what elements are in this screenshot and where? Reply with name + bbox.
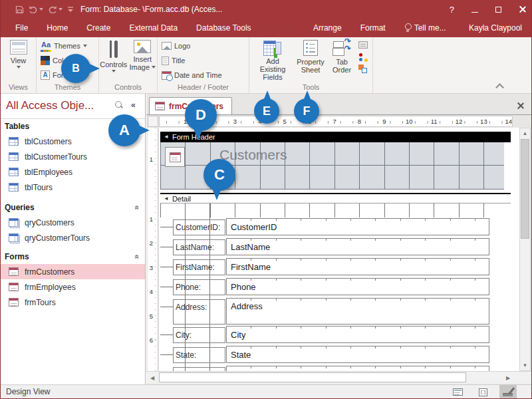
tell-me-box[interactable]: Tell me... bbox=[395, 19, 456, 37]
tab-design[interactable]: Design bbox=[261, 19, 304, 37]
form-header-section-bar[interactable]: ◄ Form Header bbox=[160, 132, 511, 142]
tab-file[interactable]: File bbox=[6, 19, 37, 37]
redo-button[interactable] bbox=[48, 3, 63, 15]
status-view-mode: Design View bbox=[6, 387, 50, 396]
controls-button[interactable]: Controls bbox=[99, 37, 128, 81]
table-icon bbox=[9, 168, 19, 176]
convert-macros-button[interactable] bbox=[358, 65, 367, 73]
nav-item-qrycustomers[interactable]: qryCustomers bbox=[1, 215, 145, 230]
insert-image-button[interactable]: Insert Image bbox=[128, 37, 158, 81]
scroll-up-arrow[interactable]: ▲ bbox=[520, 128, 530, 138]
help-button[interactable]: ? bbox=[450, 5, 454, 15]
form-view-icon bbox=[453, 388, 463, 396]
themes-button[interactable]: Aa Themes bbox=[37, 39, 87, 53]
search-icon[interactable] bbox=[115, 101, 123, 109]
add-existing-fields-button[interactable]: Add Existing Fields bbox=[253, 37, 292, 81]
tab-home[interactable]: Home bbox=[37, 19, 77, 37]
tab-external-data[interactable]: External Data bbox=[120, 19, 187, 37]
field-label[interactable]: Phone: bbox=[173, 279, 225, 295]
collapse-ribbon-button[interactable] bbox=[495, 84, 503, 89]
form-icon bbox=[155, 102, 165, 110]
shutter-bar-close-button[interactable]: « bbox=[131, 100, 136, 110]
field-textbox[interactable]: ZipCode bbox=[226, 366, 489, 371]
title-button[interactable]: Title bbox=[158, 53, 222, 68]
nav-item-frmcustomers[interactable]: frmCustomers bbox=[1, 264, 145, 279]
horizontal-scroll-thumb[interactable] bbox=[159, 372, 466, 382]
nav-item-frmtours[interactable]: frmTours bbox=[1, 295, 145, 310]
field-row-state: State: State bbox=[160, 347, 511, 363]
field-label[interactable]: LastName: bbox=[173, 239, 225, 255]
subform-in-new-window-button[interactable] bbox=[358, 41, 368, 49]
vertical-ruler[interactable]: 1 123456 bbox=[148, 128, 158, 371]
form-logo-image-control[interactable] bbox=[165, 147, 185, 167]
vertical-scroll-thumb[interactable] bbox=[521, 139, 529, 239]
nav-item-tbltours[interactable]: tblTours bbox=[1, 180, 145, 195]
ribbon-empty-area bbox=[373, 37, 531, 93]
field-row-phone: Phone: Phone bbox=[160, 279, 511, 295]
nav-item-frmemployees[interactable]: frmEmployees bbox=[1, 279, 145, 295]
callout-c: C bbox=[203, 159, 235, 191]
navigation-pane-title[interactable]: All Access Obje... bbox=[6, 99, 94, 112]
tab-format[interactable]: Format bbox=[351, 19, 395, 37]
field-textbox[interactable]: Address bbox=[226, 298, 489, 325]
nav-item-label: qryCustomerTours bbox=[25, 233, 90, 243]
field-textbox[interactable]: CustomerID bbox=[226, 218, 489, 235]
field-textbox[interactable]: LastName bbox=[226, 238, 489, 255]
close-button[interactable] bbox=[519, 3, 526, 15]
field-label[interactable]: Address: bbox=[173, 299, 225, 325]
field-label[interactable]: CustomerID: bbox=[173, 219, 225, 235]
window-controls: ? bbox=[450, 0, 526, 19]
ruler-number: 4 bbox=[148, 280, 155, 305]
design-view-button[interactable] bbox=[499, 385, 517, 399]
scroll-left-arrow[interactable]: ◀ bbox=[147, 372, 158, 383]
nav-item-qrycustomertours[interactable]: qryCustomerTours bbox=[1, 230, 145, 245]
field-label[interactable]: City: bbox=[173, 327, 225, 343]
logo-button[interactable]: Logo bbox=[158, 39, 222, 53]
vertical-scrollbar[interactable]: ▲ ▼ bbox=[519, 128, 531, 371]
tab-order-button[interactable]: Tab Order bbox=[329, 37, 354, 81]
view-button[interactable]: View bbox=[1, 37, 36, 81]
themes-label: Themes bbox=[54, 42, 80, 50]
scroll-right-arrow[interactable]: ▶ bbox=[503, 372, 513, 383]
date-and-time-button[interactable]: Date and Time bbox=[158, 68, 222, 82]
field-textbox[interactable]: State bbox=[226, 346, 489, 363]
save-button[interactable] bbox=[15, 3, 24, 15]
nav-item-label: tblEmployees bbox=[25, 168, 72, 177]
add-existing-fields-icon bbox=[263, 40, 282, 55]
close-icon bbox=[519, 5, 526, 13]
ruler-number: 9 bbox=[372, 116, 396, 126]
user-account[interactable]: Kayla Claypool bbox=[460, 19, 531, 37]
nav-section-queries[interactable]: Queries « bbox=[1, 200, 145, 215]
nav-section-forms[interactable]: Forms « bbox=[1, 249, 145, 264]
minimize-button[interactable] bbox=[471, 3, 478, 15]
themes-icon: Aa bbox=[41, 41, 51, 51]
property-sheet-icon bbox=[303, 40, 318, 56]
field-label[interactable]: State: bbox=[173, 347, 225, 363]
layout-view-button[interactable] bbox=[474, 385, 491, 399]
tab-database-tools[interactable]: Database Tools bbox=[187, 19, 261, 37]
horizontal-scrollbar[interactable]: ◀ ▶ bbox=[146, 371, 532, 384]
property-sheet-button[interactable]: Property Sheet bbox=[292, 37, 329, 81]
nav-item-label: tblCustomerTours bbox=[25, 152, 87, 162]
form-view-button[interactable] bbox=[449, 385, 466, 399]
form-icon bbox=[9, 298, 19, 307]
nav-item-tblcustomertours[interactable]: tblCustomerTours bbox=[1, 149, 145, 164]
window-title: Form: Database- \Form.acc.db (Acces... bbox=[80, 5, 222, 14]
field-label[interactable]: FirstName: bbox=[173, 259, 225, 275]
field-textbox[interactable]: FirstName bbox=[226, 258, 489, 275]
view-code-button[interactable] bbox=[358, 53, 368, 61]
maximize-button[interactable] bbox=[495, 3, 501, 15]
field-textbox[interactable]: City bbox=[226, 326, 489, 343]
detail-section: CustomerID: CustomerID LastName: LastNam… bbox=[160, 203, 511, 371]
undo-button[interactable] bbox=[29, 3, 43, 15]
customize-qat-button[interactable] bbox=[67, 3, 74, 15]
form-title-label[interactable]: Customers bbox=[219, 147, 287, 163]
tab-create[interactable]: Create bbox=[77, 19, 120, 37]
close-document-button[interactable] bbox=[515, 100, 526, 111]
field-textbox[interactable]: Phone bbox=[226, 278, 489, 295]
tab-arrange[interactable]: Arrange bbox=[304, 19, 351, 37]
scroll-down-arrow[interactable]: ▼ bbox=[520, 360, 530, 370]
redo-icon bbox=[48, 5, 57, 13]
nav-item-tblemployees[interactable]: tblEmployees bbox=[1, 164, 145, 180]
nav-section-tables-label: Tables bbox=[5, 122, 29, 131]
